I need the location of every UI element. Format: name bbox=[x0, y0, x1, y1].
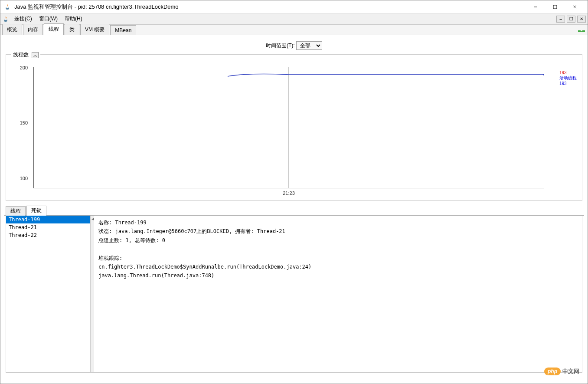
legend-peak-value: 193 bbox=[559, 70, 577, 75]
svg-rect-4 bbox=[578, 30, 581, 32]
svg-rect-1 bbox=[553, 5, 557, 9]
watermark: php 中文网 bbox=[544, 368, 579, 375]
legend-live-value: 193 bbox=[559, 81, 577, 86]
y-tick-150: 150 bbox=[20, 120, 28, 125]
detail-name-row: 名称: Thread-199 bbox=[98, 218, 578, 227]
inner-minimize-button[interactable]: ‒ bbox=[556, 16, 565, 23]
detail-counts-row: 总阻止数: 1, 总等待数: 0 bbox=[98, 236, 578, 245]
connection-status-icon bbox=[577, 28, 586, 35]
detail-state-value: java.lang.Integer@5660c707上的BLOCKED, 拥有者… bbox=[115, 228, 285, 234]
chart-title: 线程数 ︽ bbox=[11, 51, 40, 59]
window-titlebar: Java 监视和管理控制台 - pid: 25708 cn.fighter3.T… bbox=[0, 0, 588, 13]
tab-classes[interactable]: 类 bbox=[65, 24, 79, 35]
y-tick-200: 200 bbox=[20, 65, 28, 70]
stack-line: java.lang.Thread.run(Thread.java:748) bbox=[98, 271, 578, 280]
detail-name-label: 名称: bbox=[98, 220, 112, 226]
x-tick: 21:23 bbox=[283, 190, 295, 196]
close-button[interactable] bbox=[565, 1, 584, 13]
list-item[interactable]: Thread-199 bbox=[6, 216, 90, 223]
detail-blocked-value: 1, bbox=[125, 237, 131, 243]
lower-tabbar: 线程 死锁 bbox=[4, 206, 584, 216]
detail-waited-label: 总等待数: bbox=[135, 237, 159, 243]
inner-restore-button[interactable]: ❐ bbox=[567, 16, 575, 23]
content-area: 时间范围(T): 全部 线程数 ︽ 200 150 100 21:23 bbox=[0, 35, 588, 376]
watermark-text: 中文网 bbox=[562, 368, 579, 375]
legend-live-label: 活动线程 bbox=[559, 75, 577, 81]
window-controls bbox=[526, 1, 584, 13]
detail-waited-value: 0 bbox=[162, 237, 165, 243]
time-range-select[interactable]: 全部 bbox=[296, 41, 322, 50]
thread-list[interactable]: Thread-199 Thread-21 Thread-22 bbox=[6, 216, 91, 372]
tab-memory[interactable]: 内存 bbox=[23, 24, 43, 35]
chart-y-axis: 200 150 100 bbox=[10, 62, 31, 188]
lower-tab-deadlock[interactable]: 死锁 bbox=[26, 206, 46, 216]
detail-state-label: 状态: bbox=[98, 228, 112, 234]
thread-detail-split: Thread-199 Thread-21 Thread-22 名称: Threa… bbox=[6, 216, 582, 373]
java-icon-small bbox=[2, 16, 9, 23]
chart-legend: 193 活动线程 193 bbox=[559, 70, 577, 86]
menu-help[interactable]: 帮助(H) bbox=[61, 14, 86, 24]
list-item[interactable]: Thread-21 bbox=[6, 223, 90, 231]
y-tick-100: 100 bbox=[20, 176, 28, 181]
tab-mbean[interactable]: MBean bbox=[110, 25, 136, 35]
inner-window-controls: ‒ ❐ ✕ bbox=[556, 16, 586, 23]
tab-overview[interactable]: 概览 bbox=[2, 24, 22, 35]
window-title: Java 监视和管理控制台 - pid: 25708 cn.fighter3.T… bbox=[14, 3, 526, 11]
list-item[interactable]: Thread-22 bbox=[6, 231, 90, 239]
maximize-button[interactable] bbox=[545, 1, 565, 13]
minimize-button[interactable] bbox=[526, 1, 545, 13]
svg-rect-5 bbox=[582, 30, 585, 32]
tab-threads[interactable]: 线程 bbox=[44, 23, 64, 35]
time-range-row: 时间范围(T): 全部 bbox=[4, 39, 584, 53]
watermark-badge: php bbox=[544, 368, 561, 375]
chart-svg bbox=[34, 67, 544, 188]
chart-collapse-button[interactable]: ︽ bbox=[32, 52, 39, 58]
inner-close-button[interactable]: ✕ bbox=[577, 16, 586, 23]
thread-count-chart-panel: 线程数 ︽ 200 150 100 21:23 193 活动线程 193 bbox=[6, 54, 582, 201]
stack-line: cn.fighter3.ThreadLockDemo$SynAddRunalbe… bbox=[98, 263, 578, 271]
detail-stack-label: 堆栈跟踪: bbox=[98, 254, 578, 263]
chart-title-text: 线程数 bbox=[13, 52, 29, 58]
menu-window[interactable]: 窗口(W) bbox=[36, 14, 61, 24]
main-tabbar: 概览 内存 线程 类 VM 概要 MBean bbox=[0, 25, 588, 35]
detail-state-row: 状态: java.lang.Integer@5660c707上的BLOCKED,… bbox=[98, 227, 578, 236]
detail-blocked-label: 总阻止数: bbox=[98, 237, 122, 243]
detail-name-value: Thread-199 bbox=[115, 220, 146, 226]
thread-detail-text[interactable]: 名称: Thread-199 状态: java.lang.Integer@566… bbox=[94, 216, 582, 372]
lower-tab-threads[interactable]: 线程 bbox=[6, 206, 26, 216]
menubar: 连接(C) 窗口(W) 帮助(H) ‒ ❐ ✕ bbox=[0, 13, 588, 25]
java-icon bbox=[4, 3, 11, 10]
split-divider[interactable] bbox=[91, 216, 94, 372]
menu-connect[interactable]: 连接(C) bbox=[11, 14, 36, 24]
chart-plot-area[interactable]: 21:23 bbox=[33, 67, 544, 188]
time-range-label: 时间范围(T): bbox=[266, 43, 295, 49]
chart-area: 200 150 100 21:23 193 活动线程 193 bbox=[10, 62, 578, 197]
tab-vm[interactable]: VM 概要 bbox=[80, 24, 109, 35]
